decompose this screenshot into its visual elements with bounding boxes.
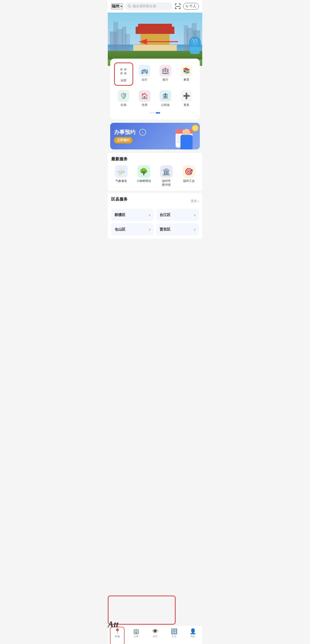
refresh-icon: ↻ — [186, 4, 188, 8]
education-icon-wrap: 📚 — [181, 65, 192, 76]
latest-item-library[interactable]: 🏛️ 福州市图书馆 — [156, 165, 176, 187]
latest-item-tree[interactable]: 🌳 小榕树驿站 — [134, 165, 154, 187]
taijiang-arrow: › — [194, 212, 196, 218]
location-button[interactable]: 福州 — [111, 4, 123, 10]
district-item-gulou[interactable]: 鼓楼区 › — [111, 209, 154, 221]
district-title: 区县服务 — [111, 196, 128, 202]
transit-icon-wrap: 🚌 — [139, 65, 150, 76]
service-label-medical: 医疗 — [162, 78, 168, 82]
district-more-link[interactable]: 更多 — [191, 199, 199, 203]
service-item-transit[interactable]: 🚌 出行 — [135, 62, 154, 86]
service-label-insurance: 社保 — [120, 103, 126, 107]
scan-icon — [175, 4, 180, 9]
service-item-all[interactable]: 全部 — [114, 62, 133, 86]
dot-1 — [150, 112, 151, 114]
nav-item-home[interactable]: 👁️ 首页 — [146, 628, 164, 639]
medical-icon-wrap: 🏥 — [160, 65, 171, 76]
bottom-annotation-box — [108, 596, 176, 624]
location-label: 福州 — [112, 4, 120, 9]
dot-2 — [153, 112, 154, 114]
personal-button[interactable]: ↻ 个人 — [183, 3, 199, 10]
jinan-arrow: › — [194, 227, 196, 232]
service-item-more[interactable]: ➕ 更多 — [177, 88, 196, 110]
latest-item-weather[interactable]: ⛈️ 气象服务 — [111, 165, 131, 187]
district-services-section: 区县服务 更多 鼓楼区 › 台江区 › 仓山区 › 晋安区 › — [108, 193, 202, 239]
district-item-jinan[interactable]: 晋安区 › — [156, 223, 199, 236]
interact-nav-label: 互动 — [172, 635, 176, 638]
nav-item-interact[interactable]: 🔢 互动 — [164, 628, 183, 639]
local-nav-icon: 📍 — [114, 629, 120, 634]
district-item-taijiang[interactable]: 台江区 › — [156, 209, 199, 221]
jinan-name: 晋安区 — [160, 227, 170, 232]
mine-nav-icon: 👤 — [190, 629, 196, 634]
location-arrow-icon — [120, 6, 122, 7]
service-label-transit: 出行 — [142, 78, 148, 82]
union-icon: 🎯 — [184, 168, 193, 176]
banner-text-area: 办事预约 › 立即预约 — [110, 125, 150, 147]
affairs-nav-icon: 🏢 — [133, 629, 140, 634]
weather-icon-wrap: ⛈️ — [115, 165, 128, 178]
dot-3-active — [156, 112, 160, 114]
service-label-more: 更多 — [184, 103, 190, 107]
banner-section[interactable]: 办事预约 › 立即预约 — [110, 123, 200, 150]
service-item-housing[interactable]: 🏠 住房 — [135, 88, 154, 110]
local-nav-label: 本地 — [115, 635, 120, 638]
service-item-medical[interactable]: 🏥 医疗 — [156, 62, 175, 86]
home-nav-label: 首页 — [152, 635, 158, 638]
search-icon — [128, 4, 131, 8]
nav-item-local[interactable]: 📍 本地 — [108, 628, 127, 639]
latest-item-union[interactable]: 🎯 福州工会 — [179, 165, 199, 187]
banner-circle-button[interactable]: › — [139, 129, 146, 136]
interact-nav-icon: 🔢 — [171, 629, 177, 634]
mine-nav-label: 我的 — [190, 635, 195, 638]
union-label: 福州工会 — [183, 179, 195, 183]
services-grid: 全部 🚌 出行 🏥 医疗 📚 教育 🛡️ 社保 — [114, 62, 196, 109]
service-item-insurance[interactable]: 🛡️ 社保 — [114, 88, 133, 110]
person-body — [180, 135, 192, 150]
cangshan-arrow: › — [149, 227, 150, 232]
housing-icon-wrap: 🏠 — [139, 90, 150, 102]
library-label: 福州市图书馆 — [162, 179, 171, 187]
pagination-dots — [114, 109, 196, 116]
app-header: 福州 城乡居民医社保 ↻ 个人 — [108, 0, 202, 12]
service-label-fund: 公积金 — [161, 103, 170, 107]
search-bar[interactable]: 城乡居民医社保 — [125, 2, 172, 10]
affairs-nav-label: 办事 — [134, 635, 138, 638]
latest-services-section: 最新服务 ⛈️ 气象服务 🌳 小榕树驿站 🏛️ 福州市图书馆 — [108, 153, 202, 190]
scan-button[interactable] — [174, 3, 181, 10]
service-label-all: 全部 — [120, 79, 126, 82]
clock-illustration — [192, 125, 198, 132]
taijiang-name: 台江区 — [160, 213, 170, 217]
service-item-fund[interactable]: 🏦 公积金 — [156, 88, 175, 110]
weather-label: 气象服务 — [116, 179, 127, 183]
weather-icon: ⛈️ — [117, 168, 126, 176]
district-grid: 鼓楼区 › 台江区 › 仓山区 › 晋安区 › — [111, 209, 199, 239]
service-label-housing: 住房 — [142, 103, 148, 107]
temple-illustration — [136, 27, 174, 51]
services-panel: 全部 🚌 出行 🏥 医疗 📚 教育 🛡️ 社保 — [110, 58, 200, 120]
cangshan-name: 仓山区 — [114, 227, 126, 232]
library-icon-wrap: 🏛️ — [160, 165, 173, 178]
banner-title: 办事预约 — [114, 129, 136, 136]
insurance-icon-wrap: 🛡️ — [118, 90, 129, 102]
district-item-cangshan[interactable]: 仓山区 › — [111, 223, 154, 236]
home-nav-icon: 👁️ — [152, 629, 158, 634]
nav-item-mine[interactable]: 👤 我的 — [183, 628, 202, 639]
tree-icon: 🌳 — [140, 168, 148, 176]
latest-services-grid: ⛈️ 气象服务 🌳 小榕树驿站 🏛️ 福州市图书馆 🎯 福州 — [111, 165, 199, 190]
union-icon-wrap: 🎯 — [182, 165, 195, 178]
more-icon-wrap: ➕ — [181, 90, 192, 102]
library-icon: 🏛️ — [162, 168, 170, 176]
banner-appointment-button[interactable]: 立即预约 — [114, 137, 132, 144]
hero-image — [108, 12, 202, 66]
personal-label: 个人 — [190, 4, 196, 8]
all-icon-wrap — [118, 66, 129, 77]
service-item-education[interactable]: 📚 教育 — [177, 62, 196, 86]
bottom-navigation: 📍 本地 🏢 办事 👁️ 首页 🔢 互动 👤 我的 — [108, 626, 202, 644]
service-label-education: 教育 — [184, 78, 190, 82]
nav-item-affairs[interactable]: 🏢 办事 — [127, 628, 146, 639]
grid-icon — [120, 68, 127, 75]
latest-services-title: 最新服务 — [111, 156, 199, 162]
tree-label: 小榕树驿站 — [136, 179, 151, 183]
fund-icon-wrap: 🏦 — [160, 90, 171, 102]
